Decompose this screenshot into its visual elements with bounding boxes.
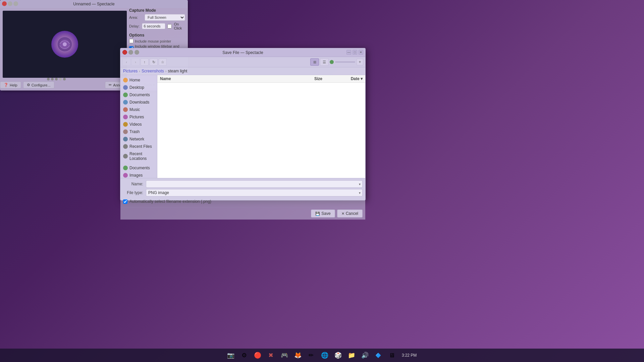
taskbar-files[interactable]: 📁 (345, 349, 358, 361)
spectacle-min-btn[interactable] (8, 1, 12, 6)
name-input[interactable] (146, 180, 363, 188)
taskbar-app9[interactable]: 🎲 (332, 349, 344, 361)
auto-ext-row: Automatically select filename extension … (123, 198, 363, 205)
save-label: Save (321, 211, 330, 216)
list-view-button[interactable]: ☰ (320, 58, 329, 66)
include-mouse-checkbox[interactable] (129, 39, 133, 43)
dialog-sidebar: Home Desktop Documents Downloads Music P… (120, 75, 157, 178)
dialog-controls (122, 50, 139, 55)
save-button[interactable]: 💾 Save (311, 209, 335, 218)
sidebar-item-home[interactable]: Home (120, 76, 157, 84)
help-button[interactable]: ❓ Help (0, 81, 21, 88)
dialog-win-min[interactable]: — (346, 50, 351, 55)
area-row: Area: Full Screen (129, 14, 185, 21)
name-label: Name: (123, 182, 143, 186)
breadcrumb-pictures[interactable]: Pictures (123, 69, 138, 73)
sidebar-item-pictures[interactable]: Pictures (120, 113, 157, 121)
taskbar-app4[interactable]: ✖ (265, 349, 277, 361)
sidebar-item-network[interactable]: Network (120, 135, 157, 143)
delay-input[interactable]: 6 seconds (142, 23, 165, 29)
sidebar-item-pictures-label: Pictures (129, 115, 144, 119)
sidebar-item-trash[interactable]: Trash (120, 128, 157, 135)
forward-button[interactable]: › (131, 58, 140, 66)
reload-button[interactable]: ↻ (150, 58, 158, 66)
sidebar-item-videos-label: Videos (129, 122, 142, 127)
images-icon (123, 173, 128, 178)
sidebar-item-recent-locations[interactable]: Recent Locations (120, 150, 157, 162)
sidebar-item-home-label: Home (129, 78, 140, 82)
downloads-icon (123, 100, 128, 105)
breadcrumb-current: steam light (168, 69, 187, 73)
sidebar-item-downloads[interactable]: Downloads (120, 99, 157, 106)
taskbar-steam[interactable]: 🎮 (278, 349, 290, 361)
configure-button[interactable]: ⚙ Configure... (23, 81, 54, 88)
back-button[interactable]: ‹ (122, 58, 130, 66)
dialog-win-restore[interactable]: □ (353, 50, 357, 55)
sidebar-item-videos[interactable]: Videos (120, 121, 157, 128)
breadcrumb-screenshots[interactable]: Screenshots (142, 69, 164, 73)
zoom-track[interactable] (335, 61, 355, 63)
svg-point-2 (63, 42, 67, 46)
sidebar-item-desktop[interactable]: Desktop (120, 84, 157, 91)
sidebar-item-recent-locations-label: Recent Locations (129, 152, 154, 161)
taskbar-spectacle[interactable]: 📷 (225, 349, 237, 361)
file-type-select[interactable]: PNG image JPEG image BMP image (146, 189, 363, 196)
sidebar-item-images[interactable]: Images (120, 172, 157, 178)
music-icon (123, 107, 128, 112)
capture-mode-title: Capture Mode (129, 8, 185, 13)
taskbar-app7[interactable]: ✏ (305, 349, 317, 361)
spectacle-close-btn[interactable] (2, 1, 7, 6)
taskbar-firefox[interactable]: 🦊 (292, 349, 304, 361)
auto-ext-checkbox[interactable] (123, 199, 127, 204)
name-input-container: ▾ (146, 180, 363, 188)
dialog-toolbar: ‹ › ↑ ↻ ☆ ⊞ ☰ + (120, 57, 365, 67)
cancel-label: Cancel (346, 211, 358, 216)
file-type-label: File type: (123, 190, 143, 195)
zoom-more-button[interactable]: + (357, 59, 363, 65)
breadcrumb: Pictures › Screenshots › steam light (120, 67, 365, 75)
taskbar-app8[interactable]: 🌐 (319, 349, 331, 361)
sidebar-item-documents[interactable]: Documents (120, 91, 157, 99)
videos-icon (123, 122, 128, 127)
dialog-window-buttons: — □ ✕ (346, 50, 363, 55)
dialog-close-btn[interactable] (122, 50, 127, 55)
on-click-label: On Click (174, 22, 185, 30)
documents-bk-icon (123, 166, 128, 170)
desktop-icon (123, 85, 128, 90)
delay-label: Delay: (129, 24, 140, 28)
dialog-body: Home Desktop Documents Downloads Music P… (120, 75, 365, 178)
up-button[interactable]: ↑ (141, 58, 149, 66)
recent-locations-icon (123, 154, 128, 159)
zoom-slider-container: + (330, 59, 363, 65)
taskbar-app3[interactable]: 🔴 (252, 349, 264, 361)
col-name-header: Name (160, 76, 296, 81)
dialog-win-close[interactable]: ✕ (359, 50, 363, 55)
file-list-area[interactable]: Name Size Date ▾ (157, 75, 365, 178)
mouse-pointer-row: Include mouse pointer (129, 39, 185, 43)
dialog-min-btn[interactable] (128, 50, 133, 55)
on-click-checkbox[interactable] (167, 24, 172, 28)
area-select[interactable]: Full Screen (145, 14, 185, 21)
bookmark-button[interactable]: ☆ (159, 58, 167, 66)
sidebar-item-recent-files-label: Recent Files (129, 144, 152, 149)
col-size-header: Size (296, 76, 322, 81)
sidebar-item-images-label: Images (129, 173, 143, 178)
sidebar-item-recent-files[interactable]: Recent Files (120, 143, 157, 150)
documents-icon (123, 93, 128, 97)
home-icon (123, 78, 128, 82)
file-list-header: Name Size Date ▾ (157, 75, 365, 83)
cancel-button[interactable]: ✕ Cancel (337, 209, 363, 218)
sidebar-item-music-label: Music (129, 107, 140, 112)
spectacle-max-btn[interactable] (13, 1, 18, 6)
taskbar-bluetooth[interactable]: 🔷 (372, 349, 384, 361)
grid-view-button[interactable]: ⊞ (310, 58, 319, 66)
taskbar-monitor[interactable]: 🖥 (386, 349, 398, 361)
taskbar-volume[interactable]: 🔊 (359, 349, 371, 361)
dialog-max-btn[interactable] (135, 50, 139, 55)
sidebar-item-music[interactable]: Music (120, 106, 157, 113)
recent-files-icon (123, 144, 128, 149)
capture-mode-section: Capture Mode Area: Full Screen Delay: 6 … (129, 8, 185, 53)
sidebar-item-documents-bk[interactable]: Documents (120, 164, 157, 172)
taskbar-settings[interactable]: ⚙ (238, 349, 250, 361)
spectacle-preview (3, 11, 127, 78)
